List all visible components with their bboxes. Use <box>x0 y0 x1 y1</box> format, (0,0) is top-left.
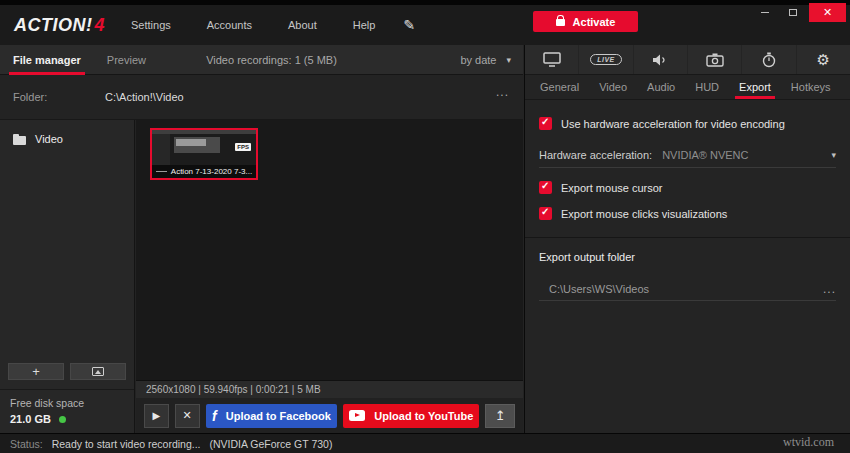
sort-label: by date <box>460 54 496 66</box>
upload-facebook-button[interactable]: Upload to Facebook <box>206 404 338 428</box>
tab-audio[interactable]: Audio <box>637 75 685 99</box>
mouse-clicks-checkbox-row[interactable]: Export mouse clicks visualizations <box>539 207 836 220</box>
menu-accounts[interactable]: Accounts <box>207 19 252 31</box>
main-menu: Settings Accounts About Help <box>131 19 375 31</box>
plus-icon <box>32 365 40 379</box>
checkbox-checked-icon[interactable] <box>539 207 552 220</box>
settings-panel: LIVE General Video Audio HUD Export Hotk… <box>524 45 850 433</box>
app-logo: ACTION!4 <box>14 15 105 36</box>
recordings-area: FPS Action 7-13-2020 7-3... 2560x1080 | … <box>136 120 523 433</box>
live-icon: LIVE <box>590 54 622 65</box>
lock-icon <box>556 19 565 26</box>
hw-accel-checkbox-row[interactable]: Use hardware acceleration for video enco… <box>539 117 836 130</box>
upload-facebook-label: Upload to Facebook <box>226 410 331 422</box>
folder-path-value[interactable]: C:\Action!\Video <box>105 91 184 103</box>
tab-hotkeys[interactable]: Hotkeys <box>781 75 841 99</box>
export-output-path[interactable]: C:\Users\WS\Videos <box>539 283 823 295</box>
screen-recording-tab[interactable] <box>525 45 579 74</box>
mouse-cursor-checkbox-row[interactable]: Export mouse cursor <box>539 181 836 194</box>
status-bar: Status: Ready to start video recording..… <box>0 433 850 453</box>
tab-general[interactable]: General <box>530 75 589 99</box>
tab-file-manager[interactable]: File manager <box>0 45 94 75</box>
upload-icon <box>495 408 506 423</box>
chevron-down-icon <box>831 150 836 160</box>
tab-hud[interactable]: HUD <box>685 75 729 99</box>
free-disk-row: 21.0 GB <box>10 413 124 425</box>
clip-actions-bar: Upload to Facebook Upload to YouTube <box>136 398 523 433</box>
titlebar: ACTION!4 Settings Accounts About Help ✎ … <box>0 5 850 45</box>
thumb-detail <box>152 134 170 165</box>
folder-label: Folder: <box>13 91 47 103</box>
tab-video[interactable]: Video <box>589 75 637 99</box>
free-disk-value: 21.0 GB <box>10 413 51 425</box>
disk-status-dot <box>59 416 66 423</box>
youtube-icon <box>349 410 365 421</box>
sort-dropdown[interactable]: by date <box>460 45 511 75</box>
play-button[interactable] <box>144 404 169 428</box>
settings-tab-row: General Video Audio HUD Export Hotkeys <box>525 75 850 100</box>
free-disk-label: Free disk space <box>10 397 124 409</box>
mode-icon-bar: LIVE <box>525 45 850 75</box>
camera-icon <box>706 53 724 67</box>
recording-thumbnail[interactable]: FPS Action 7-13-2020 7-3... <box>150 128 258 180</box>
section-divider <box>525 237 850 238</box>
pen-tool-icon[interactable]: ✎ <box>403 17 415 33</box>
caption-line <box>156 171 167 172</box>
import-icon <box>92 367 104 376</box>
gear-icon <box>817 51 830 69</box>
live-streaming-tab[interactable]: LIVE <box>579 45 633 74</box>
hw-accel-checkbox-label: Use hardware acceleration for video enco… <box>561 118 785 130</box>
status-message: Ready to start video recording... <box>52 438 201 450</box>
menu-settings[interactable]: Settings <box>131 19 171 31</box>
window-controls <box>753 3 846 22</box>
activate-label: Activate <box>573 16 616 28</box>
facebook-icon <box>212 409 217 423</box>
settings-tab[interactable] <box>797 45 850 74</box>
sidebar-buttons <box>8 363 126 380</box>
export-settings-body: Use hardware acceleration for video enco… <box>525 100 850 301</box>
minimize-button[interactable] <box>753 4 777 21</box>
checkbox-checked-icon[interactable] <box>539 181 552 194</box>
play-icon <box>153 410 161 421</box>
upload-youtube-button[interactable]: Upload to YouTube <box>343 404 479 428</box>
close-button[interactable] <box>809 3 846 22</box>
sidebar-item-video[interactable]: Video <box>0 120 134 158</box>
speaker-icon <box>652 53 668 67</box>
capture-screenshot-tab[interactable] <box>688 45 742 74</box>
benchmark-tab[interactable] <box>742 45 796 74</box>
mouse-clicks-checkbox-label: Export mouse clicks visualizations <box>561 208 727 220</box>
thumbnail-image: FPS <box>152 130 256 165</box>
watermark: wtvid.com <box>783 435 834 450</box>
export-output-browse-button[interactable]: ... <box>823 282 836 296</box>
stopwatch-icon <box>762 52 776 68</box>
audio-recording-tab[interactable] <box>634 45 688 74</box>
free-disk-block: Free disk space 21.0 GB <box>0 389 134 433</box>
hw-accel-label: Hardware acceleration: <box>539 149 652 161</box>
checkbox-checked-icon[interactable] <box>539 117 552 130</box>
file-manager-tabbar: File manager Preview Video recordings: 1… <box>0 45 523 75</box>
menu-help[interactable]: Help <box>353 19 376 31</box>
folder-icon <box>13 136 26 145</box>
export-output-path-row: C:\Users\WS\Videos ... <box>539 277 836 301</box>
hw-accel-dropdown[interactable]: Hardware acceleration: NVIDIA® NVENC <box>539 142 836 168</box>
monitor-icon <box>543 52 561 67</box>
delete-button[interactable] <box>175 404 200 428</box>
recordings-summary: Video recordings: 1 (5 MB) <box>130 45 413 75</box>
thumb-detail <box>176 139 206 146</box>
chevron-down-icon <box>506 55 511 65</box>
export-upload-button[interactable] <box>485 404 515 428</box>
logo-text: ACTION! <box>14 15 93 35</box>
logo-version: 4 <box>95 15 106 35</box>
tab-export[interactable]: Export <box>729 75 781 99</box>
clip-info-bar: 2560x1080 | 59.940fps | 0:00:21 | 5 MB <box>136 380 523 398</box>
delete-icon <box>183 409 192 422</box>
add-folder-button[interactable] <box>8 363 64 380</box>
mouse-cursor-checkbox-label: Export mouse cursor <box>561 182 662 194</box>
folder-row: Folder: C:\Action!\Video ... <box>0 75 523 120</box>
activate-button[interactable]: Activate <box>533 11 638 32</box>
thumbnail-caption: Action 7-13-2020 7-3... <box>152 167 256 176</box>
menu-about[interactable]: About <box>288 19 317 31</box>
folder-browse-button[interactable]: ... <box>496 85 509 99</box>
import-button[interactable] <box>70 363 126 380</box>
maximize-button[interactable] <box>781 4 805 21</box>
